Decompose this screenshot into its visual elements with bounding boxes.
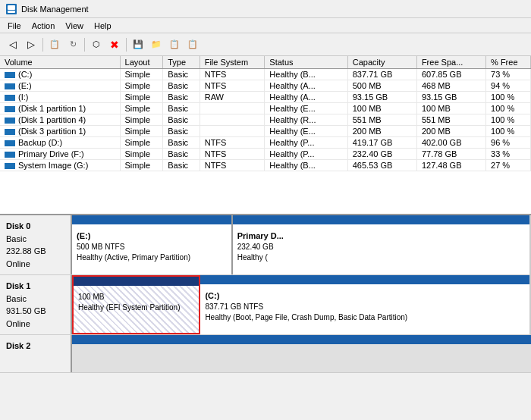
- col-free[interactable]: Free Spa...: [416, 56, 485, 69]
- disk-1-partition-c[interactable]: (C:) 837.71 GB NTFS Healthy (Boot, Page …: [200, 275, 531, 334]
- cell-pct: 100 %: [486, 126, 531, 137]
- table-row[interactable]: (Disk 1 partition 4) Simple Basic Health…: [0, 114, 531, 126]
- cell-layout: Simple: [120, 149, 163, 160]
- cell-volume: (C:): [0, 69, 120, 80]
- cell-status: Healthy (E...: [265, 103, 347, 114]
- cell-layout: Simple: [120, 114, 163, 126]
- cell-pct: 96 %: [486, 137, 531, 149]
- disk-1-row: Disk 1 Basic 931.50 GB Online 100 MB Hea…: [0, 275, 531, 335]
- table-row[interactable]: (E:) Simple Basic NTFS Healthy (A... 500…: [0, 80, 531, 92]
- col-layout[interactable]: Layout: [120, 56, 163, 69]
- cell-free: 200 MB: [416, 126, 485, 137]
- table-row[interactable]: (C:) Simple Basic NTFS Healthy (B... 837…: [0, 69, 531, 80]
- paste-button[interactable]: 📋: [184, 36, 201, 53]
- svg-rect-0: [8, 5, 15, 10]
- cell-volume: System Image (G:): [0, 160, 120, 171]
- cell-type: Basic: [163, 92, 200, 103]
- table-row[interactable]: (I:) Simple Basic RAW Healthy (A... 93.1…: [0, 92, 531, 103]
- refresh-button[interactable]: ↻: [64, 36, 81, 53]
- col-fs[interactable]: File System: [200, 56, 265, 69]
- col-capacity[interactable]: Capacity: [347, 56, 416, 69]
- cell-type: Basic: [163, 160, 200, 171]
- disk-2-stripe: [72, 335, 531, 344]
- menu-help[interactable]: Help: [90, 20, 116, 31]
- cell-volume: (E:): [0, 80, 120, 92]
- cell-fs: RAW: [200, 92, 265, 103]
- cell-pct: 100 %: [486, 114, 531, 126]
- table-row[interactable]: Backup (D:) Simple Basic NTFS Healthy (P…: [0, 137, 531, 149]
- disk-0-status: Online: [6, 258, 64, 271]
- cell-fs: NTFS: [200, 160, 265, 171]
- disk-0-e-content: (E:) 500 MB NTFS Healthy (Active, Primar…: [77, 218, 227, 263]
- cell-pct: 94 %: [486, 80, 531, 92]
- cell-status: Healthy (R...: [265, 114, 347, 126]
- disk-0-type: Basic: [6, 233, 64, 246]
- cell-layout: Simple: [120, 92, 163, 103]
- disk-0-size: 232.88 GB: [6, 245, 64, 258]
- delete-button[interactable]: ✖: [106, 36, 123, 53]
- cell-fs: NTFS: [200, 80, 265, 92]
- disk-0-info: Disk 0 Basic 232.88 GB Online: [0, 215, 72, 274]
- disk-1-info: Disk 1 Basic 931.50 GB Online: [0, 275, 72, 334]
- cell-volume: (Disk 1 partition 1): [0, 103, 120, 114]
- cell-capacity: 500 MB: [347, 80, 416, 92]
- table-row[interactable]: System Image (G:) Simple Basic NTFS Heal…: [0, 160, 531, 171]
- cell-layout: Simple: [120, 103, 163, 114]
- cell-pct: 73 %: [486, 69, 531, 80]
- table-row[interactable]: Primary Drive (F:) Simple Basic NTFS Hea…: [0, 149, 531, 160]
- cell-capacity: 200 MB: [347, 126, 416, 137]
- title-bar: Disk Management: [0, 0, 531, 18]
- cell-fs: NTFS: [200, 69, 265, 80]
- copy-button[interactable]: 📋: [166, 36, 183, 53]
- cell-fs: [200, 103, 265, 114]
- cell-status: Healthy (P...: [265, 149, 347, 160]
- properties-button[interactable]: 📋: [46, 36, 63, 53]
- app-icon: [6, 4, 17, 14]
- cell-free: 551 MB: [416, 114, 485, 126]
- save-button[interactable]: 💾: [130, 36, 146, 53]
- separator-3: [126, 38, 127, 52]
- cell-capacity: 551 MB: [347, 114, 416, 126]
- separator-1: [42, 38, 43, 52]
- back-button[interactable]: ◁: [5, 36, 21, 53]
- cell-status: Healthy (B...: [265, 69, 347, 80]
- col-type[interactable]: Type: [163, 56, 200, 69]
- menu-file[interactable]: File: [3, 20, 26, 31]
- table-row[interactable]: (Disk 3 partition 1) Simple Basic Health…: [0, 126, 531, 137]
- cell-status: Healthy (E...: [265, 126, 347, 137]
- menu-view[interactable]: View: [61, 20, 88, 31]
- cell-status: Healthy (A...: [265, 80, 347, 92]
- cell-layout: Simple: [120, 126, 163, 137]
- cell-type: Basic: [163, 149, 200, 160]
- window-title: Disk Management: [21, 5, 89, 14]
- disk-1-status: Online: [6, 318, 64, 331]
- col-status[interactable]: Status: [265, 56, 347, 69]
- col-pct[interactable]: % Free: [486, 56, 531, 69]
- disk-0-name: Disk 0: [6, 220, 64, 233]
- disk-0-primary-stripe: [233, 215, 529, 224]
- settings-button[interactable]: ⬡: [88, 36, 105, 53]
- disk-1-c-stripe: [200, 275, 529, 284]
- cell-type: Basic: [163, 126, 200, 137]
- volume-table: Volume Layout Type File System Status Ca…: [0, 56, 531, 171]
- toolbar: ◁ ▷ 📋 ↻ ⬡ ✖ 💾 📁 📋 📋: [0, 33, 531, 56]
- disk-1-partition-efi[interactable]: 100 MB Healthy (EFI System Partition): [72, 275, 200, 334]
- separator-2: [84, 38, 85, 52]
- cell-fs: NTFS: [200, 137, 265, 149]
- disk-0-partition-primary[interactable]: Primary D... 232.40 GB Healthy (: [233, 215, 531, 274]
- cell-capacity: 93.15 GB: [347, 92, 416, 103]
- disk-0-partition-e[interactable]: (E:) 500 MB NTFS Healthy (Active, Primar…: [72, 215, 233, 274]
- disk-1-type: Basic: [6, 293, 64, 306]
- cell-fs: [200, 114, 265, 126]
- cell-free: 468 MB: [416, 80, 485, 92]
- disk-1-efi-stripe: [74, 277, 199, 286]
- menu-action[interactable]: Action: [27, 20, 60, 31]
- forward-button[interactable]: ▷: [23, 36, 39, 53]
- col-volume[interactable]: Volume: [0, 56, 120, 69]
- disk-1-size: 931.50 GB: [6, 305, 64, 318]
- cell-pct: 27 %: [486, 160, 531, 171]
- table-row[interactable]: (Disk 1 partition 1) Simple Basic Health…: [0, 103, 531, 114]
- cell-layout: Simple: [120, 160, 163, 171]
- open-folder-button[interactable]: 📁: [148, 36, 165, 53]
- volume-table-area[interactable]: Volume Layout Type File System Status Ca…: [0, 56, 531, 215]
